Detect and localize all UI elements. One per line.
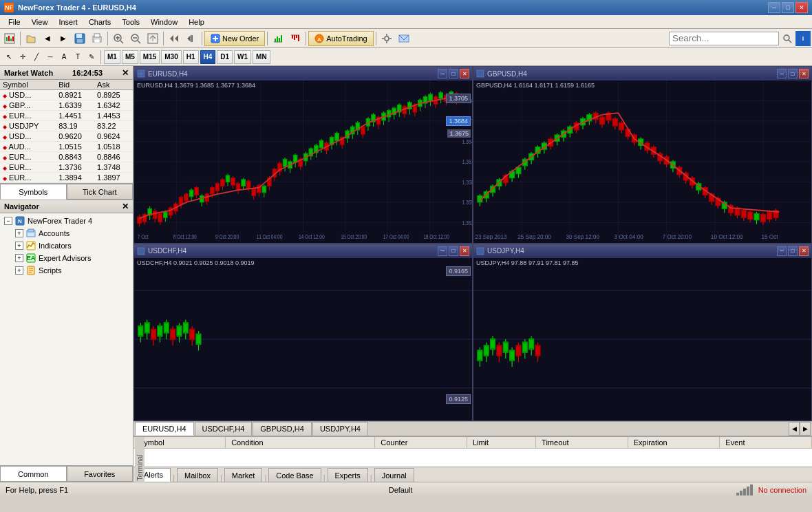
tf-w1[interactable]: W1 bbox=[234, 50, 251, 64]
text2-tool[interactable]: T bbox=[72, 50, 84, 64]
news-button[interactable]: i bbox=[795, 31, 811, 46]
menu-help[interactable]: Help bbox=[183, 17, 210, 27]
zoom-in-button[interactable] bbox=[110, 31, 127, 46]
chart-usdjpy-close[interactable]: ✕ bbox=[799, 246, 809, 256]
chart-eurusd-close[interactable]: ✕ bbox=[460, 69, 469, 78]
nav-expand-indicators[interactable]: + bbox=[15, 242, 23, 250]
chart-scroll-button[interactable] bbox=[166, 31, 182, 46]
back-button[interactable]: ◀ bbox=[40, 31, 55, 46]
hline-tool[interactable]: ─ bbox=[44, 50, 56, 64]
menu-file[interactable]: File bbox=[3, 17, 26, 27]
autoscroll-button[interactable] bbox=[183, 31, 200, 46]
chart-up-button[interactable] bbox=[270, 31, 286, 46]
chart-gbpusd-minimize[interactable]: ─ bbox=[777, 69, 787, 78]
search-button[interactable] bbox=[780, 31, 795, 46]
terminal-panel: Terminal Symbol Condition Counter Limit … bbox=[133, 436, 812, 482]
mw-row-8[interactable]: ◆ EUR...1.38941.3897 bbox=[0, 173, 133, 183]
svg-rect-119 bbox=[231, 178, 235, 185]
chart-usdjpy-body[interactable]: USDJPY,H4 97.88 97.91 97.81 97.85 bbox=[473, 258, 811, 420]
nav-item-indicators[interactable]: + Indicators bbox=[12, 239, 131, 252]
nav-expand-scripts[interactable]: + bbox=[15, 266, 23, 275]
fit-button[interactable] bbox=[145, 31, 161, 46]
menu-tools[interactable]: Tools bbox=[116, 17, 145, 27]
mw-row-1[interactable]: ◆ GBP...1.63391.6342 bbox=[0, 100, 133, 111]
cursor-tool[interactable]: ↖ bbox=[3, 50, 15, 64]
autotrading-button[interactable]: A AutoTrading bbox=[308, 31, 374, 46]
tf-m1[interactable]: M1 bbox=[104, 50, 120, 64]
mail-button[interactable] bbox=[396, 31, 412, 46]
chart-usdchf-minimize[interactable]: ─ bbox=[438, 246, 447, 256]
nav-tab-favorites[interactable]: Favorites bbox=[67, 466, 133, 482]
line-tool[interactable]: ╱ bbox=[30, 50, 43, 64]
chart-tab-usdchf[interactable]: USDCHF,H4 bbox=[195, 422, 253, 436]
minimize-button[interactable]: ─ bbox=[768, 2, 780, 13]
market-watch-close[interactable]: ✕ bbox=[122, 68, 129, 78]
chart-usdchf-close[interactable]: ✕ bbox=[460, 246, 469, 256]
term-tab-codebase[interactable]: Code Base bbox=[268, 468, 321, 482]
tf-d1[interactable]: D1 bbox=[217, 50, 233, 64]
chart-tab-gbpusd[interactable]: GBPUSD,H4 bbox=[253, 422, 312, 436]
term-tab-journal[interactable]: Journal bbox=[374, 468, 414, 482]
tf-h4[interactable]: H4 bbox=[200, 50, 216, 64]
search-input[interactable] bbox=[669, 32, 779, 45]
chart-eurusd-minimize[interactable]: ─ bbox=[438, 69, 447, 78]
term-tab-mailbox[interactable]: Mailbox bbox=[177, 468, 218, 482]
menu-window[interactable]: Window bbox=[145, 17, 183, 27]
term-tab-market[interactable]: Market bbox=[224, 468, 263, 482]
new-chart-button[interactable] bbox=[1, 31, 18, 46]
chart-tab-eurusd[interactable]: EURUSD,H4 bbox=[135, 422, 194, 436]
mw-row-7[interactable]: ◆ EUR...1.37361.3748 bbox=[0, 162, 133, 173]
open-button[interactable] bbox=[23, 31, 39, 46]
nav-expand-root[interactable]: − bbox=[4, 217, 12, 225]
chart-eurusd-body[interactable]: EURUSD,H4 1.3679 1.3685 1.3677 1.3684 1.… bbox=[134, 81, 472, 243]
mw-row-5[interactable]: ◆ AUD...1.05151.0518 bbox=[0, 142, 133, 152]
menu-insert[interactable]: Insert bbox=[53, 17, 83, 27]
chart-usdchf-maximize[interactable]: □ bbox=[449, 246, 458, 256]
chart-tab-next[interactable]: ▶ bbox=[800, 422, 811, 436]
draw-tool[interactable]: ✎ bbox=[85, 50, 98, 64]
mw-row-2[interactable]: ◆ EUR...1.44511.4453 bbox=[0, 111, 133, 121]
chart-down-button[interactable] bbox=[287, 31, 303, 46]
chart-usdjpy-maximize[interactable]: □ bbox=[788, 246, 798, 256]
mw-tab-symbols[interactable]: Symbols bbox=[0, 184, 67, 200]
mw-row-4[interactable]: ◆ USD...0.96200.9624 bbox=[0, 131, 133, 142]
print-button[interactable] bbox=[89, 31, 105, 46]
menu-view[interactable]: View bbox=[26, 17, 54, 27]
term-tab-experts[interactable]: Experts bbox=[328, 468, 368, 482]
save-button[interactable] bbox=[72, 31, 88, 46]
mw-row-3[interactable]: ◆ USDJPY83.1983.22 bbox=[0, 121, 133, 131]
chart-tab-usdjpy[interactable]: USDJPY,H4 bbox=[312, 422, 368, 436]
maximize-button[interactable]: □ bbox=[782, 2, 794, 13]
chart-usdjpy-minimize[interactable]: ─ bbox=[777, 246, 787, 256]
tf-h1[interactable]: H1 bbox=[183, 50, 199, 64]
zoom-out-button[interactable] bbox=[127, 31, 144, 46]
chart-gbpusd-body[interactable]: GBPUSD,H4 1.6164 1.6171 1.6159 1.6165 bbox=[473, 81, 811, 243]
options-button[interactable] bbox=[378, 31, 395, 46]
chart-usdchf-body[interactable]: USDCHF,H4 0.9021 0.9025 0.9018 0.9019 0.… bbox=[134, 258, 472, 420]
nav-expand-experts[interactable]: + bbox=[15, 254, 23, 262]
nav-tab-common[interactable]: Common bbox=[0, 466, 67, 482]
close-button[interactable]: ✕ bbox=[795, 2, 808, 13]
mw-row-6[interactable]: ◆ EUR...0.88430.8846 bbox=[0, 152, 133, 162]
new-order-button[interactable]: New Order bbox=[204, 31, 265, 46]
mw-tab-tick[interactable]: Tick Chart bbox=[67, 184, 133, 200]
nav-item-root[interactable]: − N NewForex Trader 4 bbox=[1, 215, 131, 227]
crosshair-tool[interactable]: ✛ bbox=[17, 50, 29, 64]
tf-m5[interactable]: M5 bbox=[122, 50, 138, 64]
chart-gbpusd-close[interactable]: ✕ bbox=[799, 69, 809, 78]
chart-gbpusd-maximize[interactable]: □ bbox=[788, 69, 798, 78]
tf-mn[interactable]: MN bbox=[253, 50, 270, 64]
navigator-close[interactable]: ✕ bbox=[122, 202, 129, 211]
menu-charts[interactable]: Charts bbox=[83, 17, 116, 27]
mw-row-0[interactable]: ◆ USD...0.89210.8925 bbox=[0, 90, 133, 100]
chart-tab-prev[interactable]: ◀ bbox=[789, 422, 800, 436]
nav-expand-accounts[interactable]: + bbox=[15, 229, 23, 237]
nav-item-experts[interactable]: + EA Expert Advisors bbox=[12, 252, 131, 264]
text-tool[interactable]: A bbox=[58, 50, 70, 64]
forward-button[interactable]: ▶ bbox=[56, 31, 71, 46]
tf-m30[interactable]: M30 bbox=[161, 50, 181, 64]
tf-m15[interactable]: M15 bbox=[140, 50, 160, 64]
nav-item-scripts[interactable]: + Scripts bbox=[12, 264, 131, 277]
chart-eurusd-maximize[interactable]: □ bbox=[449, 69, 458, 78]
nav-item-accounts[interactable]: + Accounts bbox=[12, 227, 131, 239]
